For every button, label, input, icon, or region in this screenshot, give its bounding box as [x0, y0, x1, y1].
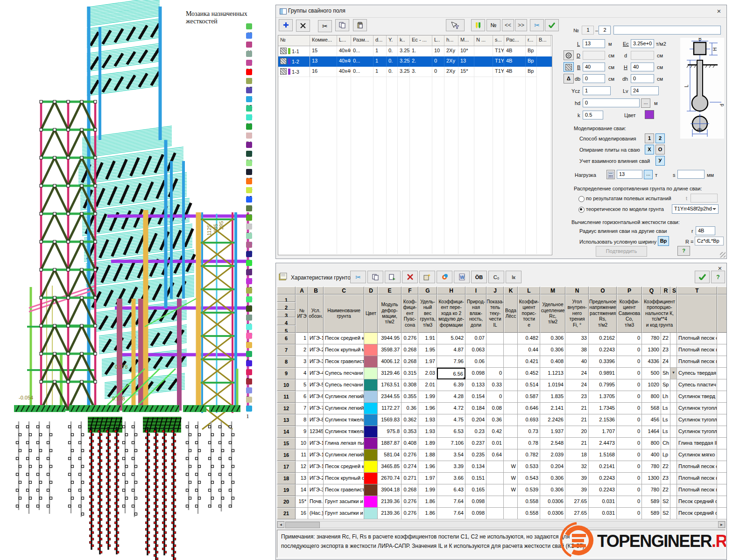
- pile-col-header[interactable]: k..: [398, 35, 410, 46]
- pile-cell[interactable]: 0.: [387, 56, 398, 67]
- cell-value[interactable]: 0.276: [402, 449, 418, 461]
- Lv-field[interactable]: 24: [631, 86, 659, 95]
- cell-value[interactable]: 0: [617, 461, 642, 473]
- pile-cell[interactable]: 3.25...: [398, 46, 410, 56]
- cell-value[interactable]: 0.01: [486, 438, 504, 449]
- cell-value[interactable]: 4336: [642, 356, 661, 368]
- cell-num[interactable]: 3: [296, 356, 308, 368]
- cell-color[interactable]: [364, 496, 378, 508]
- cell-value[interactable]: 1569.83: [378, 414, 402, 426]
- cell-value[interactable]: 0: [617, 496, 642, 508]
- col-header[interactable]: Показа- тель теку- чести IL: [486, 294, 504, 333]
- cell-description[interactable]: Суглинок тугопл: [677, 426, 717, 438]
- cell-description[interactable]: Суглинок тугопл: [677, 414, 717, 426]
- cell-value[interactable]: 0.133: [465, 379, 486, 391]
- cell-value[interactable]: 0.063: [465, 344, 486, 356]
- cell-value[interactable]: 24: [565, 379, 589, 391]
- cell-value[interactable]: 0.33: [486, 379, 504, 391]
- col-header[interactable]: [677, 294, 717, 333]
- cell-value[interactable]: 0.237: [465, 438, 486, 449]
- cell-value[interactable]: 0: [617, 368, 642, 379]
- row-number[interactable]: 4: [277, 317, 296, 325]
- cell-dropdown[interactable]: [670, 391, 677, 403]
- Ec-field[interactable]: 3.25e+0: [631, 39, 654, 48]
- cell-value[interactable]: 0.421: [518, 356, 540, 368]
- col-header[interactable]: Вода Лёсс: [504, 294, 518, 333]
- cell-code[interactable]: Почв.: [308, 496, 324, 508]
- cell-value[interactable]: 40: [565, 356, 589, 368]
- cell-value[interactable]: 3129.46: [378, 368, 402, 379]
- cell-value[interactable]: 0.0306: [540, 508, 565, 519]
- cell-value[interactable]: 0.514: [518, 379, 540, 391]
- cell-value[interactable]: 589: [642, 496, 661, 508]
- cell-value[interactable]: 0: [617, 356, 642, 368]
- row-number[interactable]: 12: [277, 403, 296, 414]
- row-number[interactable]: 21: [277, 508, 296, 519]
- pile-col-header[interactable]: L...: [337, 35, 351, 46]
- col-letter[interactable]: K: [504, 287, 518, 294]
- cell-value[interactable]: 0.782: [518, 449, 540, 461]
- L-field[interactable]: 13: [583, 39, 605, 48]
- row-number[interactable]: 17: [277, 461, 296, 473]
- cell-extra[interactable]: [717, 391, 726, 403]
- col-header[interactable]: [717, 294, 726, 333]
- cell-value[interactable]: 0.0306: [540, 496, 565, 508]
- cell-value[interactable]: 4.75: [437, 414, 465, 426]
- settings-icon[interactable]: [437, 271, 452, 283]
- cell-color[interactable]: [364, 426, 378, 438]
- row-number[interactable]: 19: [277, 484, 296, 496]
- pile-cell[interactable]: 4B: [504, 56, 526, 67]
- cell-dropdown[interactable]: [670, 426, 677, 438]
- cell-description[interactable]: Суглинок тугопл: [677, 403, 717, 414]
- pile-cell[interactable]: [474, 67, 493, 77]
- cell-value[interactable]: Lp: [661, 449, 670, 461]
- cell-value[interactable]: 0.098: [465, 496, 486, 508]
- cell-num[interactable]: 15*: [296, 496, 308, 508]
- cell-value[interactable]: 0.184: [465, 403, 486, 414]
- cell-extra[interactable]: [717, 333, 726, 344]
- cell-extra[interactable]: [717, 368, 726, 379]
- cell-value[interactable]: 0.355: [402, 391, 418, 403]
- cell-value[interactable]: 6.43: [437, 484, 465, 496]
- load-field[interactable]: 13: [617, 170, 642, 179]
- col-header[interactable]: № ИГЭ: [296, 294, 308, 333]
- cell-code[interactable]: ИГЭ-1: [308, 333, 324, 344]
- cell-value[interactable]: 975.8: [378, 426, 402, 438]
- cell-value[interactable]: 2.141: [540, 403, 565, 414]
- cell-num[interactable]: 10: [296, 438, 308, 449]
- cell-color[interactable]: [364, 461, 378, 473]
- cell-value[interactable]: 4.28: [437, 391, 465, 403]
- cell-extra[interactable]: [717, 426, 726, 438]
- cell-value[interactable]: 1.97: [418, 473, 437, 484]
- col-header[interactable]: Коэффи- циент Савинова Co, т/м3: [617, 294, 642, 333]
- col-letter[interactable]: N: [565, 287, 589, 294]
- cell-value[interactable]: 0: [486, 391, 504, 403]
- cell-value[interactable]: 0.353: [402, 426, 418, 438]
- pile-cell[interactable]: 13: [310, 56, 337, 67]
- cell-value[interactable]: 0.274: [402, 461, 418, 473]
- cell-value[interactable]: 0.2243: [589, 484, 617, 496]
- cell-value[interactable]: 2139.36: [378, 496, 402, 508]
- row-check-icon[interactable]: [280, 48, 287, 54]
- pile-col-header[interactable]: M...: [458, 35, 474, 46]
- pile-cell[interactable]: T1Yr...: [493, 56, 504, 67]
- cell-value[interactable]: 1.1213: [540, 368, 565, 379]
- cell-value[interactable]: [504, 344, 518, 356]
- cell-value[interactable]: 4.72: [437, 403, 465, 414]
- row-number[interactable]: 11: [277, 391, 296, 403]
- cell-value[interactable]: 0.558: [518, 508, 540, 519]
- B-field[interactable]: 40: [583, 63, 605, 71]
- pile-cell[interactable]: 40x40: [337, 46, 351, 56]
- cell-value[interactable]: 0.2243: [589, 344, 617, 356]
- cell-color[interactable]: [364, 414, 378, 426]
- cell-value[interactable]: 0.315: [402, 368, 418, 379]
- cell-description[interactable]: Плотный песок с: [677, 333, 717, 344]
- pile-cell[interactable]: 1: [374, 67, 387, 77]
- cell-dropdown[interactable]: ▾: [670, 368, 677, 379]
- col-header[interactable]: Угол внутрен- него трения Fi, °: [565, 294, 589, 333]
- cell-value[interactable]: 33: [565, 333, 589, 344]
- col-letter[interactable]: I: [465, 287, 486, 294]
- cell-value[interactable]: 0.276: [402, 333, 418, 344]
- cell-name[interactable]: Супесь песчани: [324, 379, 364, 391]
- pile-cell[interactable]: [474, 46, 493, 56]
